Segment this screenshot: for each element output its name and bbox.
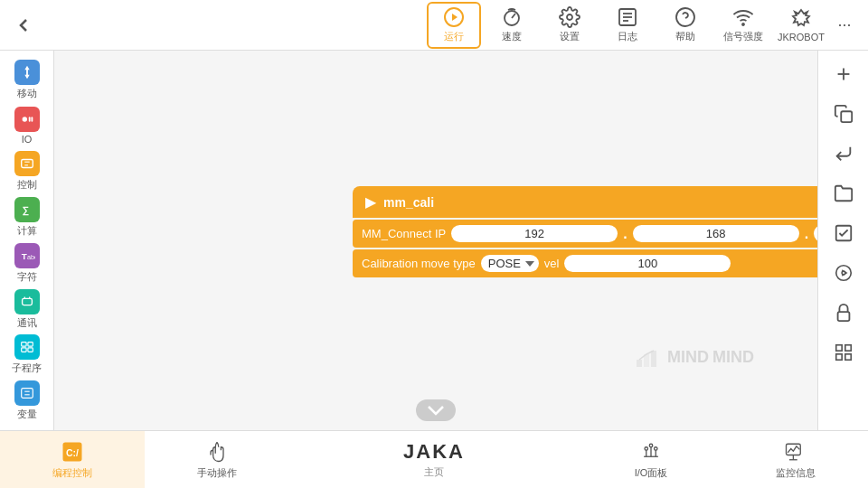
watermark-text: MIND: [667, 348, 709, 367]
top-icon-log[interactable]: 日志: [600, 2, 655, 49]
sidebar-item-comm[interactable]: 通讯: [5, 287, 50, 332]
watermark: MIND MIND: [637, 348, 754, 367]
top-icon-help[interactable]: 帮助: [658, 2, 712, 49]
bottom-program-label: 编程控制: [52, 466, 92, 480]
svg-rect-28: [637, 360, 642, 367]
block-row-calibration: Calibration move type POSE JOINT vel: [353, 249, 817, 277]
top-icon-help-label: 帮助: [675, 30, 695, 43]
svg-rect-21: [21, 343, 25, 347]
pose-select[interactable]: POSE JOINT: [481, 255, 539, 272]
sidebar-item-string[interactable]: T abc 字符: [5, 241, 50, 286]
svg-rect-30: [651, 351, 656, 367]
bottom-bar: C:/ 编程控制 手动操作 JAKA 主页 I/O面板: [0, 430, 868, 488]
bottom-item-manual[interactable]: 手动操作: [145, 431, 289, 488]
svg-rect-24: [27, 348, 32, 352]
watermark-mind: MIND: [712, 348, 754, 367]
bottom-item-home[interactable]: JAKA 主页: [289, 431, 579, 488]
svg-rect-40: [844, 345, 850, 351]
subprog-icon: [14, 334, 40, 360]
top-icon-speed[interactable]: 速度: [485, 2, 539, 49]
svg-point-10: [742, 23, 744, 25]
top-icon-signal[interactable]: 信号强度: [716, 2, 770, 49]
left-sidebar: 移动 IO 控制: [0, 51, 54, 430]
top-icon-robot-label: JKROBOT: [778, 32, 825, 42]
ip1-input[interactable]: [451, 225, 618, 242]
top-icon-run[interactable]: 运行: [427, 2, 481, 49]
lock-button[interactable]: [827, 296, 860, 329]
sidebar-item-var[interactable]: 变量: [5, 379, 50, 423]
sidebar-var-label: 变量: [17, 408, 37, 421]
folder-button[interactable]: [827, 177, 860, 210]
svg-rect-25: [21, 389, 33, 399]
var-icon: [14, 380, 40, 406]
more-button[interactable]: ···: [828, 9, 861, 42]
sidebar-item-subprog[interactable]: 子程序: [5, 333, 50, 378]
sidebar-io-label: IO: [22, 134, 33, 145]
dot-sep-1: .: [623, 226, 627, 242]
calc-icon: ∑: [14, 197, 40, 222]
sidebar-item-io[interactable]: IO: [5, 104, 50, 148]
sidebar-string-label: 字符: [17, 270, 37, 284]
copy-button[interactable]: [827, 98, 860, 130]
svg-rect-22: [21, 348, 25, 352]
right-sidebar: [817, 51, 868, 430]
top-bar: 运行 速度 设置 日志: [0, 0, 868, 51]
svg-point-37: [842, 271, 845, 275]
top-icon-robot[interactable]: JKROBOT: [774, 2, 828, 49]
svg-text:T: T: [21, 250, 26, 260]
bottom-item-program[interactable]: C:/ 编程控制: [0, 431, 145, 488]
ip3-input[interactable]: [814, 225, 817, 242]
canvas-area[interactable]: ▶ mm_cali MM_Connect IP . . . PORT Calib…: [54, 51, 817, 430]
bottom-io-panel-label: I/O面板: [635, 466, 668, 480]
svg-rect-23: [27, 343, 32, 347]
sidebar-subprog-label: 子程序: [12, 361, 42, 375]
top-icon-settings[interactable]: 设置: [542, 2, 597, 49]
block-header: ▶ mm_cali: [353, 186, 817, 218]
svg-text:abc: abc: [27, 252, 35, 260]
svg-rect-42: [835, 354, 841, 360]
sidebar-item-move[interactable]: 移动: [5, 58, 50, 102]
svg-point-46: [649, 444, 653, 447]
sidebar-item-control[interactable]: 控制: [5, 150, 50, 194]
vel-input[interactable]: [564, 255, 731, 272]
scroll-indicator[interactable]: [416, 399, 456, 421]
bottom-item-io-panel[interactable]: I/O面板: [579, 431, 723, 488]
svg-point-8: [676, 8, 694, 26]
dot-sep-2: .: [805, 226, 808, 242]
svg-point-3: [567, 14, 572, 20]
main-layout: 移动 IO 控制: [0, 51, 868, 430]
svg-text:C:/: C:/: [66, 447, 79, 458]
sidebar-calc-label: 计算: [17, 224, 37, 238]
top-icon-settings-label: 设置: [560, 30, 580, 43]
export-button[interactable]: [827, 137, 860, 170]
svg-point-47: [655, 447, 658, 451]
grid-button[interactable]: [827, 336, 860, 369]
check-button[interactable]: [827, 217, 860, 249]
bottom-item-monitor[interactable]: 监控信息: [723, 431, 868, 488]
back-button[interactable]: [7, 9, 40, 42]
add-button[interactable]: [827, 58, 860, 90]
bottom-monitor-label: 监控信息: [776, 466, 816, 480]
vel-label: vel: [544, 257, 560, 270]
top-icon-signal-label: 信号强度: [723, 30, 763, 43]
sidebar-item-calc[interactable]: ∑ 计算: [5, 195, 50, 239]
block-title: mm_cali: [383, 195, 434, 210]
bottom-home-title: JAKA: [403, 440, 465, 464]
top-icon-run-label: 运行: [444, 30, 464, 43]
ip2-input[interactable]: [633, 225, 799, 242]
svg-rect-39: [835, 345, 841, 351]
string-icon: T abc: [14, 243, 40, 268]
move-icon: [14, 60, 40, 85]
svg-rect-13: [31, 117, 33, 121]
play-settings-button[interactable]: [827, 257, 860, 289]
svg-rect-14: [21, 160, 33, 168]
sidebar-control-label: 控制: [17, 178, 37, 192]
connect-label: MM_Connect IP: [362, 227, 446, 240]
svg-rect-38: [837, 312, 849, 321]
control-icon: [14, 151, 40, 176]
io-icon: [14, 107, 40, 132]
comm-icon: [14, 289, 40, 314]
svg-rect-12: [28, 117, 30, 121]
svg-marker-1: [452, 14, 458, 21]
bottom-manual-label: 手动操作: [197, 466, 237, 480]
